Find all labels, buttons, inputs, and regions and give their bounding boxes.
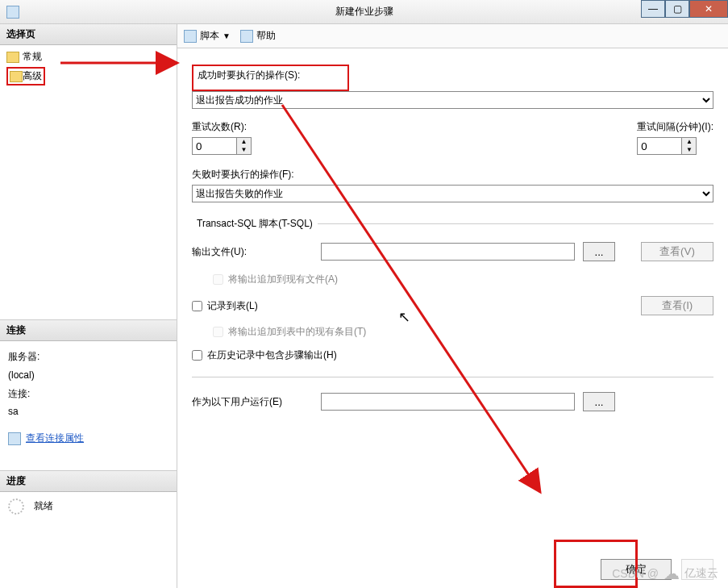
success-action-label: 成功时要执行的操作(S):	[198, 69, 343, 82]
tsql-legend: Transact-SQL 脚本(T-SQL)	[192, 217, 318, 231]
view-table-button: 查看(I)	[641, 296, 713, 315]
retry-interval-label: 重试间隔(分钟)(I):	[637, 120, 713, 134]
output-file-label: 输出文件(U):	[192, 245, 313, 259]
retry-count-stepper[interactable]: ▲▼	[237, 137, 252, 155]
sidebar-item-label: 高级	[23, 69, 42, 83]
content-pane: 脚本 ▼ 帮助 成功时要执行的操作(S): 退出报告成功的作业 重试次数(R):	[177, 24, 728, 588]
retry-count-input[interactable]	[192, 137, 237, 155]
script-icon	[184, 30, 197, 43]
progress-header: 进度	[0, 471, 177, 492]
success-action-select[interactable]: 退出报告成功的作业	[192, 91, 713, 109]
retry-interval-input[interactable]	[637, 137, 682, 155]
include-history-label: 在历史记录中包含步骤输出(H)	[207, 348, 337, 362]
minimize-button[interactable]: —	[641, 0, 665, 18]
maximize-button[interactable]: ▢	[665, 0, 689, 18]
run-as-label: 作为以下用户运行(E)	[192, 395, 313, 409]
run-as-browse-button[interactable]: ...	[583, 392, 615, 411]
view-output-button: 查看(V)	[641, 242, 713, 261]
sidebar-item-label: 常规	[23, 50, 42, 64]
log-table-label: 记录到表(L)	[207, 299, 258, 313]
ok-button[interactable]: 确定	[601, 559, 672, 580]
select-page-header: 选择页	[0, 24, 177, 45]
connection-header: 连接	[0, 320, 177, 341]
run-as-input[interactable]	[321, 393, 575, 411]
connection-icon	[8, 432, 21, 445]
retry-count-label: 重试次数(R):	[192, 120, 252, 134]
append-table-label: 将输出追加到表中的现有条目(T)	[228, 325, 366, 339]
output-file-input[interactable]	[321, 243, 575, 261]
connection-label: 连接:	[8, 385, 168, 403]
progress-spinner-icon	[8, 498, 24, 515]
close-button[interactable]: ✕	[689, 0, 728, 18]
sidebar: 选择页 常规 高级 连接 服务器: (local) 连接: sa	[0, 24, 177, 588]
retry-interval-stepper[interactable]: ▲▼	[682, 137, 697, 155]
fail-action-label: 失败时要执行的操作(F):	[192, 168, 713, 181]
secondary-button[interactable]	[681, 559, 713, 580]
output-file-browse-button[interactable]: ...	[583, 242, 615, 261]
app-icon	[6, 6, 19, 19]
page-icon	[6, 52, 19, 63]
progress-status: 就绪	[34, 499, 53, 513]
toolbar: 脚本 ▼ 帮助	[177, 24, 728, 48]
fail-action-select[interactable]: 退出报告失败的作业	[192, 185, 713, 202]
sidebar-item-general[interactable]: 常规	[0, 48, 177, 65]
help-button[interactable]: 帮助	[240, 29, 276, 43]
append-file-label: 将输出追加到现有文件(A)	[228, 273, 338, 286]
page-icon	[10, 71, 23, 82]
help-icon	[240, 30, 253, 43]
window-title: 新建作业步骤	[335, 5, 393, 19]
title-bar: 新建作业步骤 — ▢ ✕	[0, 0, 728, 24]
server-value: (local)	[8, 366, 168, 385]
append-file-checkbox	[213, 274, 223, 285]
append-table-checkbox	[213, 327, 223, 337]
connection-value: sa	[8, 402, 168, 421]
view-connection-properties-link[interactable]: 查看连接属性	[26, 429, 84, 448]
sidebar-item-advanced[interactable]: 高级	[0, 65, 177, 87]
chevron-down-icon: ▼	[223, 31, 231, 40]
script-button[interactable]: 脚本 ▼	[184, 29, 231, 43]
server-label: 服务器:	[8, 348, 168, 366]
include-history-checkbox[interactable]	[192, 350, 202, 361]
log-table-checkbox[interactable]	[192, 301, 202, 311]
